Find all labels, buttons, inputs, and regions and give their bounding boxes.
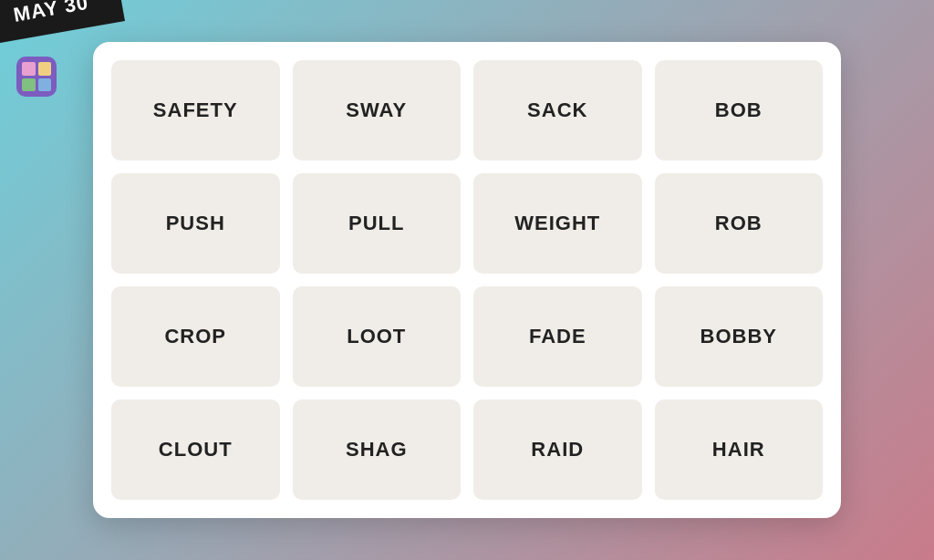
- word-label: WEIGHT: [514, 212, 600, 235]
- word-label: CLOUT: [159, 438, 233, 461]
- word-label: PULL: [348, 212, 404, 235]
- word-label: BOBBY: [700, 325, 777, 348]
- word-cell[interactable]: PUSH: [111, 173, 280, 274]
- word-label: SWAY: [346, 99, 407, 122]
- word-cell[interactable]: ROB: [655, 173, 824, 274]
- app-icon: [16, 57, 57, 97]
- word-label: CROP: [164, 325, 226, 348]
- word-label: PUSH: [166, 212, 225, 235]
- word-cell[interactable]: WEIGHT: [473, 173, 642, 274]
- main-card: SAFETYSWAYSACKBOBPUSHPULLWEIGHTROBCROPLO…: [93, 42, 841, 518]
- word-cell[interactable]: RAID: [473, 399, 642, 500]
- word-label: RAID: [531, 438, 584, 461]
- word-cell[interactable]: CROP: [111, 286, 280, 387]
- word-label: SHAG: [346, 438, 408, 461]
- word-label: LOOT: [347, 325, 406, 348]
- word-cell[interactable]: CLOUT: [111, 399, 280, 500]
- word-cell[interactable]: SWAY: [293, 60, 462, 161]
- word-cell[interactable]: SAFETY: [111, 60, 280, 161]
- date-text: MAY 30: [12, 0, 90, 26]
- word-label: FADE: [529, 325, 586, 348]
- word-label: ROB: [715, 212, 763, 235]
- word-label: SAFETY: [153, 99, 238, 122]
- word-label: BOB: [715, 99, 763, 122]
- word-label: HAIR: [712, 438, 765, 461]
- word-cell[interactable]: HAIR: [655, 399, 824, 500]
- word-cell[interactable]: BOBBY: [655, 286, 824, 387]
- word-grid: SAFETYSWAYSACKBOBPUSHPULLWEIGHTROBCROPLO…: [111, 60, 823, 500]
- word-cell[interactable]: FADE: [473, 286, 642, 387]
- word-cell[interactable]: LOOT: [293, 286, 462, 387]
- date-banner: MAY 30: [0, 0, 125, 43]
- word-cell[interactable]: SHAG: [293, 399, 462, 500]
- word-cell[interactable]: SACK: [473, 60, 642, 161]
- word-cell[interactable]: BOB: [655, 60, 824, 161]
- word-cell[interactable]: PULL: [293, 173, 462, 274]
- word-label: SACK: [527, 99, 587, 122]
